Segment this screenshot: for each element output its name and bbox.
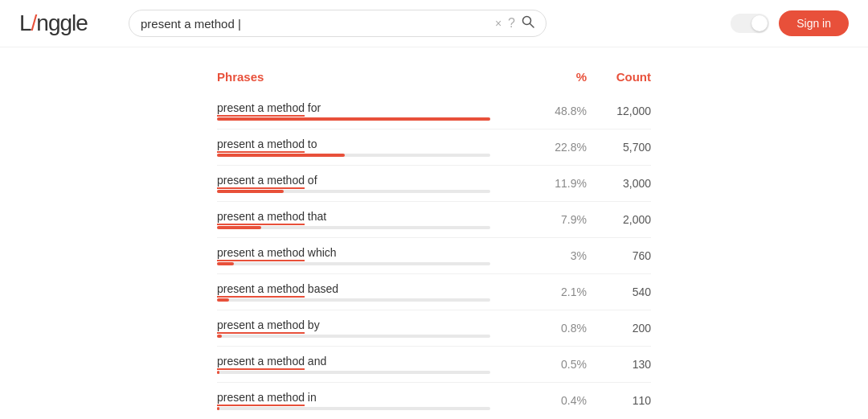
phrase-text: present a method to: [217, 138, 522, 150]
bar-fill: [217, 262, 234, 265]
column-header-phrases: Phrases: [217, 70, 522, 84]
phrase-text: present a method and: [217, 355, 522, 368]
phrase-cell: present a method by: [217, 318, 522, 338]
table-row[interactable]: present a method and 0.5% 130: [217, 347, 651, 383]
phrase-highlighted: present a method: [217, 355, 305, 370]
bar-fill: [217, 335, 222, 338]
bar-fill: [217, 371, 219, 374]
phrase-suffix: for: [305, 101, 321, 114]
phrase-cell: present a method that: [217, 210, 522, 229]
percent-value: 3%: [522, 249, 587, 262]
phrase-cell: present a method which: [217, 246, 522, 265]
phrase-suffix: in: [305, 391, 317, 404]
column-header-count: Count: [587, 70, 651, 84]
count-value: 200: [587, 322, 651, 335]
phrase-text: present a method based: [217, 282, 522, 295]
phrase-suffix: which: [305, 246, 337, 259]
phrase-suffix: based: [305, 282, 338, 295]
count-value: 130: [587, 358, 651, 371]
percent-value: 0.5%: [522, 358, 587, 371]
bar-fill: [217, 226, 261, 229]
phrase-text: present a method which: [217, 246, 522, 259]
count-value: 5,700: [587, 141, 651, 154]
phrase-highlighted: present a method: [217, 138, 305, 153]
table-row[interactable]: present a method in 0.4% 110: [217, 383, 651, 418]
percent-value: 0.4%: [522, 394, 587, 407]
phrase-highlighted: present a method: [217, 391, 305, 406]
phrase-text: present a method in: [217, 391, 522, 404]
column-header-percent: %: [522, 70, 587, 84]
logo-slash: /: [31, 10, 37, 36]
clear-icon[interactable]: ×: [495, 17, 502, 30]
phrase-suffix: and: [305, 355, 326, 368]
table-row[interactable]: present a method for 48.8% 12,000: [217, 93, 651, 129]
table-row[interactable]: present a method of 11.9% 3,000: [217, 166, 651, 202]
phrase-cell: present a method for: [217, 101, 522, 121]
bar-container: [217, 371, 490, 374]
logo-text-after: nggle: [36, 10, 88, 36]
toggle-knob: [751, 15, 768, 31]
phrase-highlighted: present a method: [217, 174, 305, 189]
bar-container: [217, 298, 490, 302]
phrase-highlighted: present a method: [217, 318, 305, 334]
svg-line-1: [530, 24, 534, 28]
table-header: Phrases % Count: [217, 64, 651, 93]
table-row[interactable]: present a method based 2.1% 540: [217, 274, 651, 310]
count-value: 540: [587, 285, 651, 298]
phrase-cell: present a method of: [217, 174, 522, 193]
phrase-cell: present a method to: [217, 138, 522, 157]
phrase-cell: present a method in: [217, 391, 522, 410]
bar-container: [217, 335, 490, 338]
phrase-suffix: of: [305, 174, 317, 187]
bar-fill: [217, 190, 284, 193]
phrase-highlighted: present a method: [217, 246, 305, 261]
table-row[interactable]: present a method by 0.8% 200: [217, 310, 651, 347]
percent-value: 2.1%: [522, 285, 587, 298]
bar-fill: [217, 407, 219, 410]
percent-value: 22.8%: [522, 141, 587, 154]
search-icon[interactable]: [522, 15, 534, 31]
bar-container: [217, 117, 490, 121]
help-icon[interactable]: ?: [508, 16, 515, 31]
bar-container: [217, 190, 490, 193]
search-box: × ?: [129, 10, 547, 37]
phrase-cell: present a method and: [217, 355, 522, 374]
header: L/nggle × ? ☀ Sign in: [0, 0, 868, 47]
phrase-highlighted: present a method: [217, 282, 305, 298]
search-input[interactable]: [141, 17, 489, 31]
bar-container: [217, 262, 490, 265]
count-value: 3,000: [587, 177, 651, 190]
logo[interactable]: L/nggle: [19, 10, 116, 36]
results-list: present a method for 48.8% 12,000 presen…: [217, 93, 651, 418]
phrase-text: present a method that: [217, 210, 522, 223]
percent-value: 7.9%: [522, 213, 587, 226]
phrase-suffix: by: [305, 318, 320, 331]
main-content: Phrases % Count present a method for 48.…: [0, 47, 868, 419]
bar-fill: [217, 298, 229, 302]
table-row[interactable]: present a method to 22.8% 5,700: [217, 129, 651, 166]
phrase-highlighted: present a method: [217, 210, 305, 225]
bar-fill: [217, 117, 490, 121]
phrase-suffix: that: [305, 210, 326, 223]
logo-text-before: L: [19, 10, 31, 36]
bar-fill: [217, 154, 345, 157]
percent-value: 11.9%: [522, 177, 587, 190]
phrase-highlighted: present a method: [217, 101, 305, 117]
count-value: 760: [587, 249, 651, 262]
bar-container: [217, 407, 490, 410]
phrase-text: present a method of: [217, 174, 522, 187]
count-value: 12,000: [587, 105, 651, 117]
table-row[interactable]: present a method that 7.9% 2,000: [217, 202, 651, 238]
bar-container: [217, 154, 490, 157]
phrase-suffix: to: [305, 138, 317, 150]
phrase-text: present a method by: [217, 318, 522, 331]
count-value: 110: [587, 394, 651, 407]
percent-value: 0.8%: [522, 322, 587, 335]
phrase-text: present a method for: [217, 101, 522, 114]
sign-in-button[interactable]: Sign in: [779, 10, 849, 36]
percent-value: 48.8%: [522, 105, 587, 117]
bar-container: [217, 226, 490, 229]
count-value: 2,000: [587, 213, 651, 226]
theme-toggle[interactable]: ☀: [731, 14, 769, 33]
table-row[interactable]: present a method which 3% 760: [217, 238, 651, 274]
